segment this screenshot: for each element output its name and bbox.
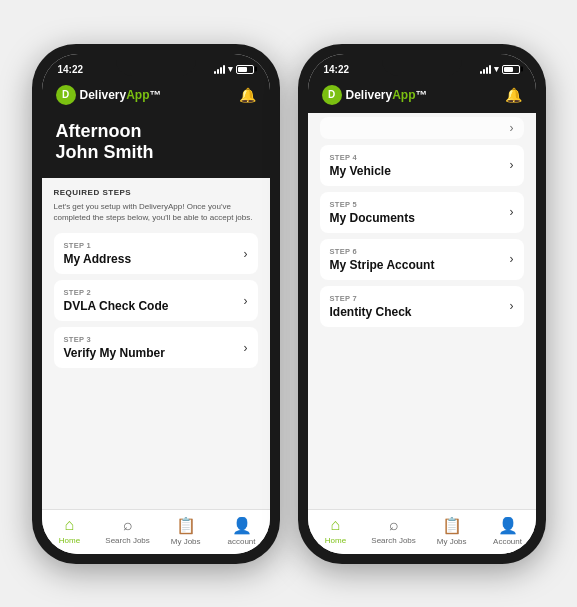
step-title-7: Identity Check bbox=[330, 305, 412, 319]
battery-icon bbox=[236, 65, 254, 74]
step-item-5[interactable]: STEP 5 My Documents › bbox=[320, 192, 524, 233]
chevron-icon-2: › bbox=[244, 294, 248, 308]
chevron-icon-7: › bbox=[510, 299, 514, 313]
time-right: 14:22 bbox=[324, 64, 350, 75]
step-item-6[interactable]: STEP 6 My Stripe Account › bbox=[320, 239, 524, 280]
chevron-icon-3: › bbox=[244, 341, 248, 355]
nav-home-left[interactable]: ⌂ Home bbox=[49, 516, 89, 546]
logo-text-left: DeliveryApp™ bbox=[80, 88, 162, 102]
step-label-6: STEP 6 bbox=[330, 247, 435, 256]
greeting-text: AfternoonJohn Smith bbox=[56, 121, 256, 164]
required-label: REQUIRED STEPS bbox=[54, 188, 258, 197]
search-icon-right: ⌕ bbox=[389, 516, 399, 534]
step-title-2: DVLA Check Code bbox=[64, 299, 169, 313]
nav-account-left[interactable]: 👤 account bbox=[222, 516, 262, 546]
required-desc: Let's get you setup with DeliveryApp! On… bbox=[54, 201, 258, 223]
logo-left: D DeliveryApp™ bbox=[56, 85, 162, 105]
notch-right bbox=[382, 54, 462, 76]
step-label-4: STEP 4 bbox=[330, 153, 391, 162]
nav-home-label-left: Home bbox=[59, 536, 80, 545]
nav-search-right[interactable]: ⌕ Search Jobs bbox=[371, 516, 415, 546]
step-label-3: STEP 3 bbox=[64, 335, 165, 344]
nav-account-right[interactable]: 👤 Account bbox=[488, 516, 528, 546]
left-phone: 14:22 ▾ D DeliveryApp™ 🔔 bbox=[32, 44, 280, 564]
nav-home-right[interactable]: ⌂ Home bbox=[315, 516, 355, 546]
step-title-1: My Address bbox=[64, 252, 132, 266]
bottom-nav-right: ⌂ Home ⌕ Search Jobs 📋 My Jobs 👤 Account bbox=[308, 509, 536, 554]
partial-chevron: › bbox=[510, 121, 514, 135]
bottom-nav-left: ⌂ Home ⌕ Search Jobs 📋 My Jobs 👤 account bbox=[42, 509, 270, 554]
battery-icon-right bbox=[502, 65, 520, 74]
notch bbox=[116, 54, 196, 76]
signal-icon bbox=[214, 65, 225, 74]
nav-home-label-right: Home bbox=[325, 536, 346, 545]
signal-icon-right bbox=[480, 65, 491, 74]
step-title-3: Verify My Number bbox=[64, 346, 165, 360]
chevron-icon-5: › bbox=[510, 205, 514, 219]
step-item-7[interactable]: STEP 7 Identity Check › bbox=[320, 286, 524, 327]
step-title-4: My Vehicle bbox=[330, 164, 391, 178]
logo-icon-left: D bbox=[56, 85, 76, 105]
content-area-left: REQUIRED STEPS Let's get you setup with … bbox=[42, 178, 270, 509]
nav-jobs-left[interactable]: 📋 My Jobs bbox=[166, 516, 206, 546]
step-title-5: My Documents bbox=[330, 211, 415, 225]
right-content: › STEP 4 My Vehicle › STEP 5 My Document… bbox=[308, 113, 536, 509]
partial-step-top: › bbox=[320, 117, 524, 139]
step-label-1: STEP 1 bbox=[64, 241, 132, 250]
account-icon-left: 👤 bbox=[232, 516, 252, 535]
step-item-3[interactable]: STEP 3 Verify My Number › bbox=[54, 327, 258, 368]
nav-jobs-label-right: My Jobs bbox=[437, 537, 467, 546]
status-icons-left: ▾ bbox=[214, 64, 254, 74]
app-header-right: D DeliveryApp™ 🔔 bbox=[308, 79, 536, 113]
logo-right: D DeliveryApp™ bbox=[322, 85, 428, 105]
nav-account-label-right: Account bbox=[493, 537, 522, 546]
account-icon-right: 👤 bbox=[498, 516, 518, 535]
time-left: 14:22 bbox=[58, 64, 84, 75]
nav-account-label-left: account bbox=[228, 537, 256, 546]
right-phone: 14:22 ▾ D DeliveryApp™ 🔔 bbox=[298, 44, 546, 564]
chevron-icon-6: › bbox=[510, 252, 514, 266]
home-icon-left: ⌂ bbox=[65, 516, 75, 534]
nav-search-left[interactable]: ⌕ Search Jobs bbox=[105, 516, 149, 546]
wifi-icon: ▾ bbox=[228, 64, 233, 74]
step-label-7: STEP 7 bbox=[330, 294, 412, 303]
logo-text-right: DeliveryApp™ bbox=[346, 88, 428, 102]
nav-search-label-right: Search Jobs bbox=[371, 536, 415, 545]
search-icon-left: ⌕ bbox=[123, 516, 133, 534]
step-item-1[interactable]: STEP 1 My Address › bbox=[54, 233, 258, 274]
chevron-icon-4: › bbox=[510, 158, 514, 172]
logo-icon-right: D bbox=[322, 85, 342, 105]
status-icons-right: ▾ bbox=[480, 64, 520, 74]
home-icon-right: ⌂ bbox=[331, 516, 341, 534]
chevron-icon-1: › bbox=[244, 247, 248, 261]
jobs-icon-left: 📋 bbox=[176, 516, 196, 535]
nav-search-label-left: Search Jobs bbox=[105, 536, 149, 545]
step-label-5: STEP 5 bbox=[330, 200, 415, 209]
greeting-section: AfternoonJohn Smith bbox=[42, 113, 270, 178]
step-item-2[interactable]: STEP 2 DVLA Check Code › bbox=[54, 280, 258, 321]
wifi-icon-right: ▾ bbox=[494, 64, 499, 74]
step-item-4[interactable]: STEP 4 My Vehicle › bbox=[320, 145, 524, 186]
bell-icon-left[interactable]: 🔔 bbox=[239, 87, 256, 103]
nav-jobs-right[interactable]: 📋 My Jobs bbox=[432, 516, 472, 546]
bell-icon-right[interactable]: 🔔 bbox=[505, 87, 522, 103]
step-label-2: STEP 2 bbox=[64, 288, 169, 297]
nav-jobs-label-left: My Jobs bbox=[171, 537, 201, 546]
app-header-left: D DeliveryApp™ 🔔 bbox=[42, 79, 270, 113]
jobs-icon-right: 📋 bbox=[442, 516, 462, 535]
step-title-6: My Stripe Account bbox=[330, 258, 435, 272]
